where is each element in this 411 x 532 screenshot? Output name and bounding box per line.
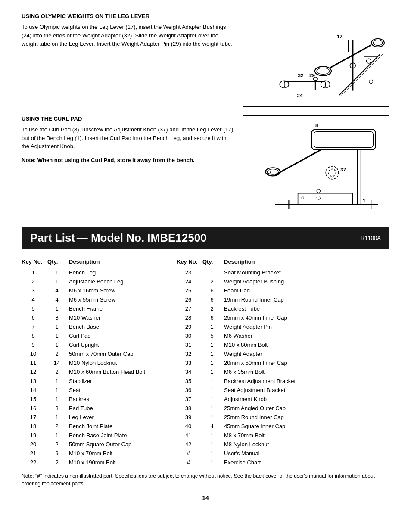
key-right: 25 <box>177 286 202 295</box>
svg-text:1: 1 <box>363 198 366 203</box>
key-left: 20 <box>22 440 47 449</box>
key-right: # <box>177 449 202 458</box>
col-spacer <box>164 295 177 304</box>
col-spacer <box>164 376 177 386</box>
table-row: 6 8 M10 Washer 28 6 25mm x 40mm Inner Ca… <box>22 313 389 322</box>
table-row: 15 1 Backrest 37 1 Adjustment Knob <box>22 395 389 404</box>
desc-left: Seat <box>69 386 164 395</box>
parts-table-header-row: Key No. Qty. Description Key No. Qty. De… <box>22 257 389 268</box>
table-row: 22 2 M10 x 190mm Bolt # 1 Exercise Chart <box>22 458 389 467</box>
desc-left: M10 Nylon Locknut <box>69 358 164 367</box>
qty-right: 1 <box>202 358 224 367</box>
qty-left: 1 <box>47 277 69 286</box>
key-right: 30 <box>177 331 202 340</box>
qty-left: 14 <box>47 358 69 367</box>
svg-point-20 <box>369 80 373 83</box>
qty-right: 1 <box>202 322 224 331</box>
desc-right: M6 x 35mm Bolt <box>224 367 389 376</box>
key-left: 5 <box>22 304 47 313</box>
qty-left: 2 <box>47 422 69 431</box>
qty-left: 1 <box>47 304 69 313</box>
key-left: 16 <box>22 404 47 413</box>
key-left: 9 <box>22 340 47 349</box>
qty-left: 4 <box>47 295 69 304</box>
part-list-header: Part List — Model No. IMBE12500 R1100A <box>22 227 389 249</box>
footer-note: Note: "#" indicates a non-illustrated pa… <box>22 472 389 488</box>
qty-right: 6 <box>202 286 224 295</box>
col-key-left: Key No. <box>22 257 47 268</box>
desc-right: Seat Mounting Bracket <box>224 268 389 277</box>
desc-right: M6 Washer <box>224 331 389 340</box>
qty-left: 1 <box>47 340 69 349</box>
desc-left: Curl Pad <box>69 331 164 340</box>
qty-right: 6 <box>202 313 224 322</box>
key-right: 35 <box>177 376 202 386</box>
qty-right: 1 <box>202 386 224 395</box>
curl-pad-body: To use the Curl Pad (8), unscrew the Adj… <box>22 125 234 151</box>
col-divider <box>164 257 177 268</box>
qty-right: 1 <box>202 413 224 422</box>
svg-text:8: 8 <box>315 122 318 128</box>
desc-left: Bench Leg <box>69 268 164 277</box>
olympic-weights-body: To use Olympic weights on the Leg Lever … <box>22 23 234 48</box>
col-spacer <box>164 395 177 404</box>
qty-left: 4 <box>47 286 69 295</box>
desc-left: Stabilizer <box>69 376 164 386</box>
desc-left: Leg Lever <box>69 413 164 422</box>
qty-right: 5 <box>202 331 224 340</box>
svg-rect-23 <box>314 132 374 148</box>
key-right: 36 <box>177 386 202 395</box>
qty-right: 1 <box>202 440 224 449</box>
part-list-dash: — <box>77 231 91 244</box>
svg-text:29: 29 <box>309 72 315 78</box>
key-right: 33 <box>177 358 202 367</box>
col-spacer <box>164 340 177 349</box>
desc-right: Adjustment Knob <box>224 395 389 404</box>
table-row: 4 4 M6 x 55mm Screw 26 6 19mm Round Inne… <box>22 295 389 304</box>
table-row: 7 1 Bench Base 29 1 Weight Adapter Pin <box>22 322 389 331</box>
col-spacer <box>164 268 177 277</box>
col-spacer <box>164 277 177 286</box>
col-key-right: Key No. <box>177 257 202 268</box>
svg-point-32 <box>326 166 339 179</box>
key-left: 13 <box>22 376 47 386</box>
desc-left: Curl Upright <box>69 340 164 349</box>
col-spacer <box>164 458 177 467</box>
key-right: 39 <box>177 413 202 422</box>
desc-left: Bench Base Joint Plate <box>69 431 164 440</box>
qty-right: 2 <box>202 304 224 313</box>
key-left: 1 <box>22 268 47 277</box>
desc-right: Weight Adapter Bushing <box>224 277 389 286</box>
qty-left: 1 <box>47 376 69 386</box>
table-row: 13 1 Stabilizer 35 1 Backrest Adjustment… <box>22 376 389 386</box>
table-row: 10 2 50mm x 70mm Outer Cap 32 1 Weight A… <box>22 349 389 358</box>
qty-left: 1 <box>47 331 69 340</box>
qty-left: 8 <box>47 313 69 322</box>
qty-right: 2 <box>202 277 224 286</box>
page-number: 14 <box>22 495 389 501</box>
col-spacer <box>164 404 177 413</box>
key-right: 26 <box>177 295 202 304</box>
diagram1-box: 17 32 29 24 <box>243 13 389 107</box>
part-list-title-text: Part List <box>30 231 75 244</box>
key-left: 8 <box>22 331 47 340</box>
col-spacer <box>164 331 177 340</box>
qty-right: 1 <box>202 458 224 467</box>
qty-left: 3 <box>47 404 69 413</box>
col-spacer <box>164 386 177 395</box>
desc-left: M10 Washer <box>69 313 164 322</box>
key-left: 4 <box>22 295 47 304</box>
part-list-title-block: Part List — Model No. IMBE12500 <box>30 231 207 245</box>
desc-left: Bench Frame <box>69 304 164 313</box>
qty-right: 1 <box>202 431 224 440</box>
svg-point-43 <box>301 196 304 199</box>
desc-left: M10 x 190mm Bolt <box>69 458 164 467</box>
svg-line-1 <box>341 54 382 95</box>
col-qty-left: Qty. <box>47 257 69 268</box>
key-left: 18 <box>22 422 47 431</box>
key-right: 40 <box>177 422 202 431</box>
svg-text:17: 17 <box>337 34 342 39</box>
desc-right: Weight Adapter <box>224 349 389 358</box>
table-row: 11 14 M10 Nylon Locknut 33 1 20mm x 50mm… <box>22 358 389 367</box>
desc-right: User's Manual <box>224 449 389 458</box>
